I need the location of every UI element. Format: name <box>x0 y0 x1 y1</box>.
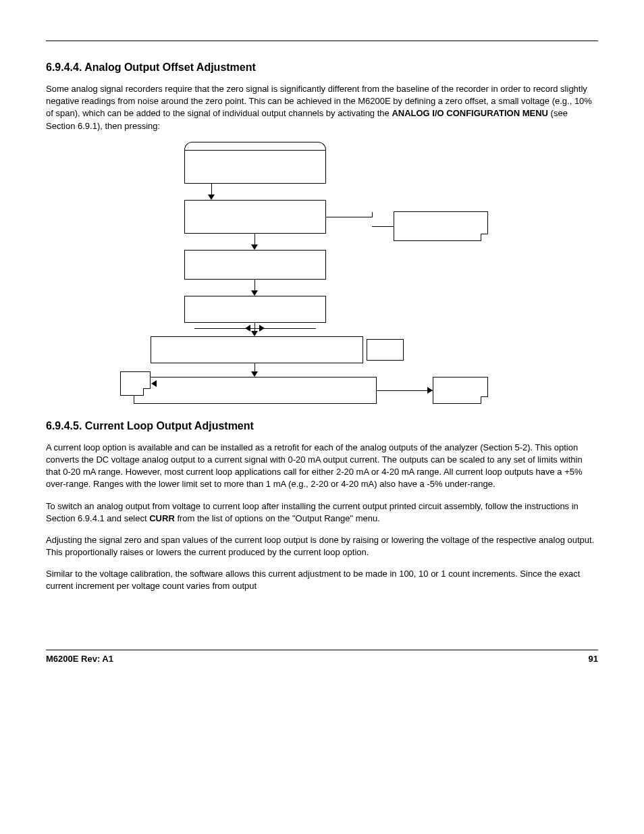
top-rule <box>46 41 598 41</box>
note-fold-icon <box>143 388 151 396</box>
arrow-down-icon <box>251 371 258 377</box>
arrow-down-icon <box>208 194 215 200</box>
diagram-box-1 <box>184 150 326 184</box>
section2-para1: A current loop option is available and c… <box>46 442 598 491</box>
diagram-connector <box>372 226 394 227</box>
diagram-connector <box>194 328 316 329</box>
diagram-note-box-2 <box>367 339 404 361</box>
footer-page-number: 91 <box>589 654 598 664</box>
arrow-right-icon <box>427 387 433 394</box>
diagram-start-pill <box>184 142 326 150</box>
section2-para2-bold: CURR <box>149 513 175 523</box>
diagram-box-5 <box>151 336 363 363</box>
page-footer: M6200E Rev: A1 91 <box>46 654 598 664</box>
diagram-note-box-1 <box>394 211 488 241</box>
flow-diagram <box>46 142 599 404</box>
section-heading-6944: 6.9.4.4. Analog Output Offset Adjustment <box>46 61 598 74</box>
section2-para2: To switch an analog output from voltage … <box>46 500 598 525</box>
arrow-down-icon <box>251 331 258 336</box>
diagram-connector <box>326 217 372 217</box>
diagram-note-box-4 <box>120 371 151 396</box>
section2-para3: Adjusting the signal zero and span value… <box>46 534 598 558</box>
note-fold-icon <box>481 396 488 404</box>
note-fold-icon <box>481 234 488 241</box>
section2-para4: Similar to the voltage calibration, the … <box>46 568 598 592</box>
footer-left: M6200E Rev: A1 <box>46 654 113 664</box>
diagram-connector <box>377 390 433 391</box>
arrow-down-icon <box>251 244 258 250</box>
diagram-connector <box>372 212 373 217</box>
section-heading-6945: 6.9.4.5. Current Loop Output Adjustment <box>46 420 598 432</box>
section1-bold-menu: ANALOG I/O CONFIGURATION MENU <box>392 108 548 118</box>
diagram-box-6 <box>134 377 377 404</box>
document-page: 6.9.4.4. Analog Output Offset Adjustment… <box>0 0 644 834</box>
arrow-left-icon <box>151 380 157 387</box>
arrow-right-icon <box>259 325 265 332</box>
diagram-box-3 <box>184 250 326 280</box>
footer-rule <box>46 650 598 650</box>
arrow-left-icon <box>245 325 250 332</box>
diagram-box-2 <box>184 200 326 234</box>
section1-paragraph: Some analog signal recorders require tha… <box>46 83 598 132</box>
diagram-box-4 <box>184 296 326 323</box>
arrow-down-icon <box>251 290 258 296</box>
diagram-note-box-3 <box>433 377 488 404</box>
section2-para2-b: from the list of options on the "Output … <box>175 513 380 523</box>
